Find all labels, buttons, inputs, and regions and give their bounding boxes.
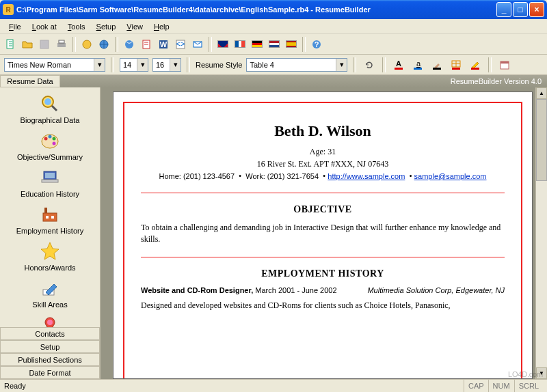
titlebar: R C:\Program Files\Sarm Software\ResumeB… [0,0,547,19]
sidebar-btn-setup[interactable]: Setup [0,340,100,353]
svg-text:<>: <> [176,40,185,48]
sidebar-item-contacts[interactable] [9,313,91,327]
html-icon[interactable]: <> [173,37,188,52]
refresh-icon[interactable] [362,57,377,72]
magnifier-icon [39,93,61,115]
svg-point-6 [125,40,133,48]
svg-rect-1 [40,40,49,48]
flag-fr-icon[interactable] [232,37,248,52]
ruler-strip: Resume Data ResumeBuilder Version 4.0 [0,75,547,87]
resume-age: Age: 31 [141,147,505,157]
job-entry: Website and CD-Rom Designer, March 2001 … [141,286,505,294]
flag-uk-icon[interactable] [215,37,230,52]
job-description: Designed and developed websites and CD-R… [141,300,505,311]
svg-rect-3 [59,40,64,43]
font-size2-input[interactable] [153,61,170,69]
maximize-button[interactable]: □ [513,2,528,17]
menu-view[interactable]: View [122,21,148,32]
web-icon[interactable] [96,37,111,52]
work-label: Work: [245,172,265,180]
chevron-down-icon[interactable]: ▾ [94,59,105,71]
calendar-icon[interactable] [497,57,512,72]
scroll-track[interactable] [536,99,547,367]
menu-help[interactable]: Help [149,21,174,32]
font-name-input[interactable] [5,61,94,69]
sidebar-item-biographical[interactable]: Biographical Data [9,92,91,126]
resume-style-input[interactable] [247,61,336,69]
laptop-icon [39,167,61,188]
close-button[interactable]: × [529,2,544,17]
sidebar-btn-published[interactable]: Published Sections [0,353,100,366]
flag-es-icon[interactable] [284,37,299,52]
border-icon[interactable] [449,57,464,72]
pencil-icon[interactable] [468,57,483,72]
sidebar: Biographical Data Objective/Summary Educ… [0,87,101,379]
browser-icon[interactable] [122,37,137,52]
scroll-up-icon[interactable]: ▲ [536,87,547,99]
menubar: File Look at Tools Setup View Help [0,19,547,34]
svg-text:?: ? [315,40,319,48]
chevron-down-icon[interactable]: ▾ [137,59,148,71]
menu-setup[interactable]: Setup [92,21,121,32]
svg-rect-33 [45,173,55,178]
sidebar-item-employment[interactable]: Employment History [9,202,91,236]
font-color-icon[interactable]: A [391,57,406,72]
objective-text: To obtain a challenging and demanding jo… [141,222,505,246]
email-link[interactable]: sample@sample.com [414,172,487,180]
menu-file[interactable]: File [4,21,26,32]
svg-text:a: a [416,59,421,68]
underline-color-icon[interactable]: a [410,57,425,72]
scrollbar-vertical[interactable]: ▲ ▼ [535,87,547,379]
svg-rect-2 [57,43,66,47]
save-icon[interactable] [37,37,52,52]
flag-nl-icon[interactable] [267,37,282,52]
brush-icon[interactable] [429,57,444,72]
font-name-combo[interactable]: ▾ [4,58,105,72]
section-employment-title: EMPLOYMENT HISTORY [141,268,505,279]
sidebar-btn-dateformat[interactable]: Date Format [0,366,100,379]
sidebar-item-education[interactable]: Education History [9,165,91,199]
sidebar-items: Biographical Data Objective/Summary Educ… [0,87,100,327]
svg-point-30 [53,137,56,141]
status-scrl: SCRL [514,380,543,392]
font-size1-input[interactable] [120,61,137,69]
resume-address: 16 River St. Ext. APT #XXX, NJ 07643 [141,159,505,169]
menu-tools[interactable]: Tools [63,21,90,32]
globe-icon[interactable] [79,37,94,52]
help-icon[interactable]: ? [309,37,324,52]
mail-icon[interactable] [190,37,205,52]
open-icon[interactable] [20,37,35,52]
export-icon[interactable] [139,37,154,52]
font-size2-combo[interactable]: ▾ [152,58,181,72]
resume-data-tab[interactable]: Resume Data [0,75,60,87]
minimize-button[interactable]: _ [496,2,511,17]
ribbon-icon [39,314,61,327]
chevron-down-icon[interactable]: ▾ [336,59,347,71]
resume-contacts: Home: (201) 123-4567 • Work: (201) 321-7… [141,171,505,182]
resume-name: Beth D. Wilson [141,122,505,140]
sidebar-item-honors[interactable]: Honors/Awards [9,239,91,273]
print-icon[interactable] [54,37,69,52]
pencil-note-icon [39,277,61,299]
work-phone: (201) 321-7654 [267,172,319,180]
new-doc-icon[interactable] [3,37,18,52]
word-icon[interactable]: W [156,37,171,52]
statusbar: Ready CAP NUM SCRL [0,379,547,392]
svg-rect-35 [43,213,57,221]
menu-look-at[interactable]: Look at [27,21,62,32]
scroll-thumb[interactable] [536,99,547,181]
separator [187,57,190,72]
vertical-ruler [101,87,113,379]
website-link[interactable]: http://www.sample.com [328,172,405,180]
sidebar-item-label: Biographical Data [21,116,80,124]
resume-style-combo[interactable]: ▾ [246,58,347,72]
font-size1-combo[interactable]: ▾ [120,58,148,72]
sidebar-item-skills[interactable]: Skill Areas [9,276,91,310]
job-title: Website and CD-Rom Designer, [141,286,253,294]
chevron-down-icon[interactable]: ▾ [170,59,181,71]
sidebar-btn-contacts[interactable]: Contacts [0,327,100,340]
flag-de-icon[interactable] [250,37,265,52]
sidebar-item-objective[interactable]: Objective/Summary [9,128,91,163]
sidebar-item-label: Skill Areas [32,300,67,309]
svg-text:A: A [397,59,402,68]
